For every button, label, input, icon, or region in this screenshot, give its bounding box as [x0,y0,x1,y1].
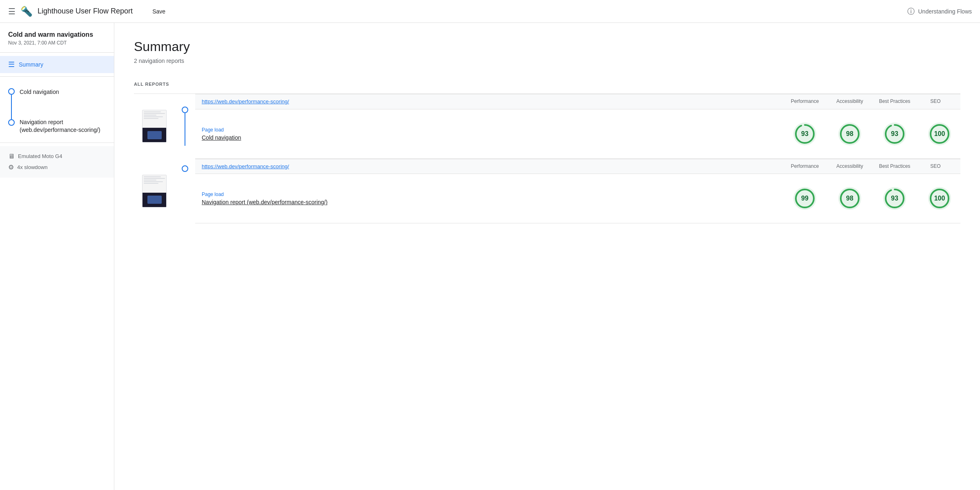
score-value-seo-1: 100 [934,130,945,138]
report-2-url[interactable]: https://web.dev/performance-scoring/ [202,163,782,170]
nav-item-nav-report-label: Navigation report (web.dev/performance-s… [20,119,100,134]
app-title: Lighthouse User Flow Report [38,7,133,16]
report-1-wrapper: https://web.dev/performance-scoring/ Per… [134,94,960,159]
thumb-top-1 [143,110,166,128]
score-1-performance: 93 [782,116,827,152]
report-2-name[interactable]: Navigation report (web.dev/performance-s… [202,199,782,205]
score-value-bp-2: 93 [891,195,898,202]
nav-dot-1 [8,88,15,95]
device-info-section: 🖥 Emulated Moto G4 ⚙ 4x slowdown [0,146,114,178]
timeline-track [8,87,15,136]
col-accessibility-1: Accessibility [827,98,872,105]
sidebar-divider-2 [0,76,114,77]
nav-items-list: Cold navigation Navigation report (web.d… [20,87,106,136]
score-2-best-practices: 93 [872,180,917,216]
summary-subtitle: 2 navigation reports [134,58,960,64]
summary-list-icon: ☰ [8,60,15,69]
thumb-chart [147,131,162,139]
score-circle-bp-2: 93 [883,187,906,210]
report-2-main: https://web.dev/performance-scoring/ Per… [195,159,960,224]
score-circle-perf-1: 93 [793,122,816,145]
report-2-screenshot-col [134,159,175,224]
sidebar-divider [0,52,114,53]
device-icon: 🖥 [8,153,15,160]
device-label: Emulated Moto G4 [18,153,62,159]
score-circle-acc-1: 98 [838,122,861,145]
content-dot-2 [182,165,188,172]
col-best-practices-1: Best Practices [872,98,917,105]
report-1-info: Page load Cold navigation [202,127,782,141]
content-dot-1 [182,107,188,113]
report-2-type: Page load [202,192,782,197]
sidebar-divider-3 [0,143,114,143]
thumb-line [144,176,161,177]
score-1-seo: 100 [917,116,962,152]
reports-container: https://web.dev/performance-scoring/ Per… [134,94,960,223]
thumb-line [144,118,158,119]
header-left: ☰ 🔦 Lighthouse User Flow Report Save [8,6,170,17]
score-1-best-practices: 93 [872,116,917,152]
all-reports-label: ALL REPORTS [134,80,960,87]
hamburger-icon[interactable]: ☰ [8,7,16,16]
score-value-acc-1: 98 [846,130,853,138]
thumb-bottom-2 [143,193,166,207]
help-icon: ⓘ [907,7,915,16]
thumb-line [144,183,158,184]
report-1-header: https://web.dev/performance-scoring/ Per… [195,94,960,109]
col-performance-1: Performance [782,98,827,105]
score-circle-acc-2: 98 [838,187,861,210]
report-1-type: Page load [202,127,782,133]
thumb-bottom-1 [143,128,166,142]
nav-timeline-section: Cold navigation Navigation report (web.d… [0,80,114,143]
cpu-icon: ⚙ [8,163,14,171]
report-1-url[interactable]: https://web.dev/performance-scoring/ [202,98,782,105]
score-value-acc-2: 98 [846,195,853,202]
score-circle-seo-2: 100 [928,187,951,210]
col-seo-2: SEO [917,163,954,170]
lighthouse-logo-icon: 🔦 [20,6,33,17]
col-accessibility-2: Accessibility [827,163,872,170]
sidebar-summary-label: Summary [19,61,43,68]
score-2-performance: 99 [782,180,827,216]
nav-item-cold[interactable]: Cold navigation [20,87,106,117]
thumb-top-2 [143,175,166,193]
thumb-line [144,115,156,116]
report-1-timeline [175,94,195,159]
header: ☰ 🔦 Lighthouse User Flow Report Save ⓘ U… [0,0,980,23]
nav-dot-2 [8,119,15,126]
thumb-line [144,116,163,117]
nav-item-cold-label: Cold navigation [20,89,59,95]
report-2-screenshot[interactable] [142,175,167,207]
main-content: Summary 2 navigation reports ALL REPORTS [114,23,980,490]
score-circle-bp-1: 93 [883,122,906,145]
sidebar-summary-item[interactable]: ☰ Summary [0,56,114,73]
score-value-seo-2: 100 [934,195,945,202]
report-1-main: https://web.dev/performance-scoring/ Per… [195,94,960,159]
report-1-name[interactable]: Cold navigation [202,134,782,141]
report-1-screenshot[interactable] [142,110,167,143]
understanding-flows-link[interactable]: ⓘ Understanding Flows [907,7,972,16]
report-2-wrapper: https://web.dev/performance-scoring/ Per… [134,159,960,224]
slowdown-label: 4x slowdown [17,164,47,170]
score-1-accessibility: 98 [827,116,872,152]
score-2-seo: 100 [917,180,962,216]
main-layout: Cold and warm navigations Nov 3, 2021, 7… [0,23,980,490]
sidebar: Cold and warm navigations Nov 3, 2021, 7… [0,23,114,490]
report-2-info: Page load Navigation report (web.dev/per… [202,192,782,205]
timeline-line-1 [11,95,12,119]
device-item-slowdown: ⚙ 4x slowdown [8,163,106,171]
nav-item-nav-report[interactable]: Navigation report (web.dev/performance-s… [20,117,106,136]
summary-title: Summary [134,39,960,54]
report-2-timeline [175,159,195,224]
score-value-bp-1: 93 [891,130,898,138]
score-circle-seo-1: 100 [928,122,951,145]
thumb-line [144,113,165,114]
report-1-screenshot-col [134,94,175,159]
report-2-content: Page load Navigation report (web.dev/per… [195,174,960,223]
score-circle-perf-2: 99 [793,187,816,210]
project-date: Nov 3, 2021, 7:00 AM CDT [0,40,114,52]
save-button[interactable]: Save [147,6,170,17]
device-item-moto: 🖥 Emulated Moto G4 [8,153,106,160]
thumb-line [144,178,165,179]
thumb-chart-2 [147,196,162,204]
